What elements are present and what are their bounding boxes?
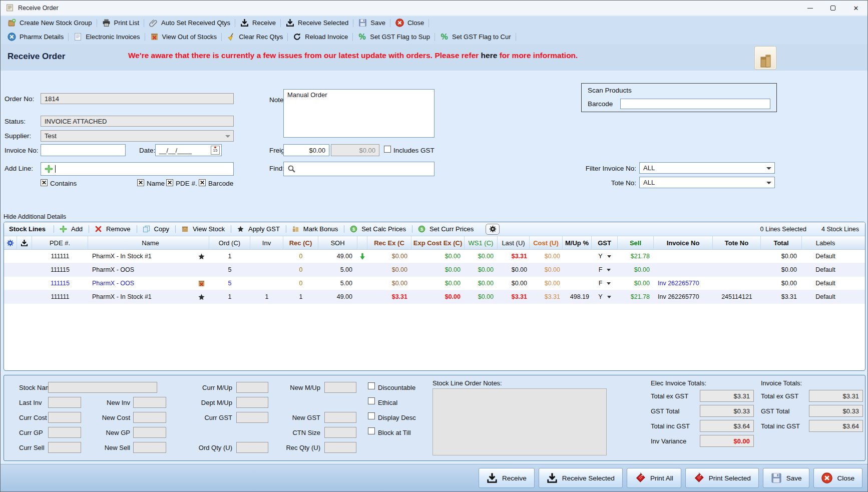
reload-invoice-button[interactable]: Reload Invoice — [288, 32, 353, 43]
copy-line-button[interactable]: Copy — [137, 224, 175, 234]
column-header-ws1[interactable]: WS1 (C) — [465, 236, 498, 249]
print-selected-button[interactable]: Print Selected — [685, 468, 759, 488]
barcode-checkbox[interactable] — [199, 179, 206, 186]
clear-rec-qtys-button[interactable]: Clear Rec Qtys — [222, 32, 288, 43]
table-row[interactable]: 111111 PharmX - In Stock #1 1 0 49.00 $0… — [4, 250, 865, 263]
mark-bonus-button[interactable]: Mark Bonus — [286, 224, 344, 234]
add-line-input[interactable] — [41, 162, 234, 176]
scan-products-title: Scan Products — [588, 87, 632, 94]
column-header-soh[interactable]: SOH — [318, 236, 357, 249]
column-header-pde[interactable]: PDE #. — [32, 236, 88, 249]
minimize-button[interactable] — [798, 1, 821, 16]
table-row[interactable]: 111111 PharmX - In Stock #1 1 1 1 49.00 … — [4, 290, 865, 304]
column-header-mup[interactable]: M/Up % — [563, 236, 592, 249]
column-header-rec[interactable]: Rec (C) — [283, 236, 318, 249]
column-header-exp-cost[interactable]: Exp Cost Ex (C) — [411, 236, 465, 249]
download-icon — [240, 19, 249, 27]
remove-line-button[interactable]: Remove — [89, 224, 136, 234]
invoice-no-input[interactable] — [41, 144, 126, 156]
print-list-button[interactable]: Print List — [97, 18, 145, 29]
column-header-gst[interactable]: GST — [592, 236, 618, 249]
electronic-invoices-button[interactable]: Electronic Invoices — [69, 32, 145, 43]
cell-tote-no — [713, 263, 761, 276]
name-checkbox[interactable] — [137, 179, 144, 186]
cell-labels: Default — [802, 277, 849, 290]
column-header-tote-no[interactable]: Tote No — [713, 236, 761, 249]
print-all-button[interactable]: Print All — [627, 468, 681, 488]
gst-value: F — [599, 280, 603, 287]
close-button-toolbar[interactable]: Close — [390, 18, 429, 29]
column-header-cost[interactable]: Cost (U) — [530, 236, 563, 249]
receive-selected-button-toolbar[interactable]: Receive Selected — [281, 18, 353, 29]
set-gst-flag-to-cur-button[interactable]: Set GST Flag to Cur — [435, 32, 516, 43]
find-input[interactable] — [283, 162, 435, 176]
date-placeholder: __/__/____ — [159, 147, 192, 154]
maximize-button[interactable] — [821, 1, 844, 16]
receive-selected-button[interactable]: Receive Selected — [539, 468, 623, 488]
warning-here-link[interactable]: here — [481, 51, 498, 60]
pde-checkbox[interactable] — [166, 179, 173, 186]
close-window-button[interactable]: ✕ — [844, 1, 867, 16]
barcode-input[interactable] — [620, 99, 770, 109]
view-stock-button[interactable]: View Stock — [175, 224, 231, 234]
column-header-rec-ex[interactable]: Rec Ex (C — [367, 236, 411, 249]
gst-value: Y — [598, 253, 602, 260]
block-at-till-checkbox[interactable] — [368, 427, 375, 434]
column-header-ord[interactable]: Ord (C) — [209, 236, 250, 249]
hide-additional-details-link[interactable]: Hide Additional Details — [4, 213, 66, 220]
header-download-button[interactable] — [17, 236, 32, 249]
display-desc-checkbox[interactable] — [368, 412, 375, 419]
cell-tote-no: 245114121 — [713, 290, 761, 303]
filter-invoice-select[interactable]: ALL — [639, 162, 775, 174]
close-button[interactable]: Close — [813, 468, 862, 488]
set-gst-flag-to-sup-button[interactable]: Set GST Flag to Sup — [353, 32, 435, 43]
table-row[interactable]: 111115 PharmX - OOS 5 0 5.00 $0.00 $0.00… — [4, 277, 865, 290]
calendar-icon[interactable]: 15 — [211, 146, 220, 155]
save-button[interactable]: Save — [763, 468, 810, 488]
includes-gst-checkbox[interactable] — [384, 146, 391, 153]
cell-gst-dropdown[interactable]: F — [592, 277, 618, 290]
column-header-labels[interactable]: Labels — [802, 236, 849, 249]
gst-value: F — [599, 266, 603, 273]
cell-mup — [563, 277, 592, 290]
cell-gst-dropdown[interactable]: Y — [592, 290, 618, 303]
cell-gst-dropdown[interactable]: F — [592, 263, 618, 276]
view-out-of-stocks-button[interactable]: View Out of Stocks — [145, 32, 222, 43]
contains-checkbox[interactable] — [41, 179, 48, 186]
column-header-flag[interactable] — [357, 236, 367, 249]
add-line-button[interactable]: Add — [54, 224, 89, 234]
header-gear-button[interactable] — [4, 236, 17, 249]
set-calc-prices-button[interactable]: Set Calc Prices — [344, 224, 412, 234]
table-row[interactable]: 111115 PharmX - OOS 5 0 5.00 $0.00 $0.00… — [4, 263, 865, 277]
column-header-total[interactable]: Total — [761, 236, 802, 249]
column-header-invoice-no[interactable]: Invoice No — [654, 236, 713, 249]
date-input[interactable]: __/__/____15 — [155, 144, 222, 156]
column-header-inv[interactable]: Inv — [250, 236, 283, 249]
column-header-sell[interactable]: Sell — [618, 236, 654, 249]
cell-rec: 0 — [283, 263, 318, 276]
column-header-name[interactable]: Name — [88, 236, 209, 249]
freight-input[interactable]: $0.00 — [283, 144, 329, 156]
ethical-label: Ethical — [378, 399, 397, 406]
out-of-stock-box-icon — [150, 33, 159, 41]
apply-gst-button[interactable]: Apply GST — [231, 224, 286, 234]
set-curr-prices-button[interactable]: Set Curr Prices — [412, 224, 480, 234]
grid-settings-button[interactable] — [486, 224, 500, 235]
button-label: Save — [786, 474, 802, 482]
save-button-toolbar[interactable]: Save — [353, 18, 390, 29]
stock-box-icon — [181, 225, 189, 233]
auto-set-received-qtys-button[interactable]: Auto Set Received Qtys — [144, 18, 235, 29]
cell-gst-dropdown[interactable]: Y — [592, 250, 618, 263]
pharmx-details-button[interactable]: Pharmx Details — [3, 32, 69, 43]
create-new-stock-group-button[interactable]: Create New Stock Group — [3, 18, 97, 29]
receive-button[interactable]: Receive — [479, 468, 535, 488]
receive-button-toolbar[interactable]: Receive — [235, 18, 281, 29]
discountable-checkbox[interactable] — [368, 382, 375, 389]
last-inv-label: Last Inv — [19, 399, 42, 406]
column-header-last[interactable]: Last (U) — [498, 236, 530, 249]
ethical-checkbox[interactable] — [368, 397, 375, 404]
tote-no-select[interactable]: ALL — [639, 177, 775, 188]
refresh-icon — [293, 33, 301, 41]
action-label: View Stock — [193, 225, 225, 233]
notes-textarea[interactable]: Manual Order — [283, 89, 435, 138]
